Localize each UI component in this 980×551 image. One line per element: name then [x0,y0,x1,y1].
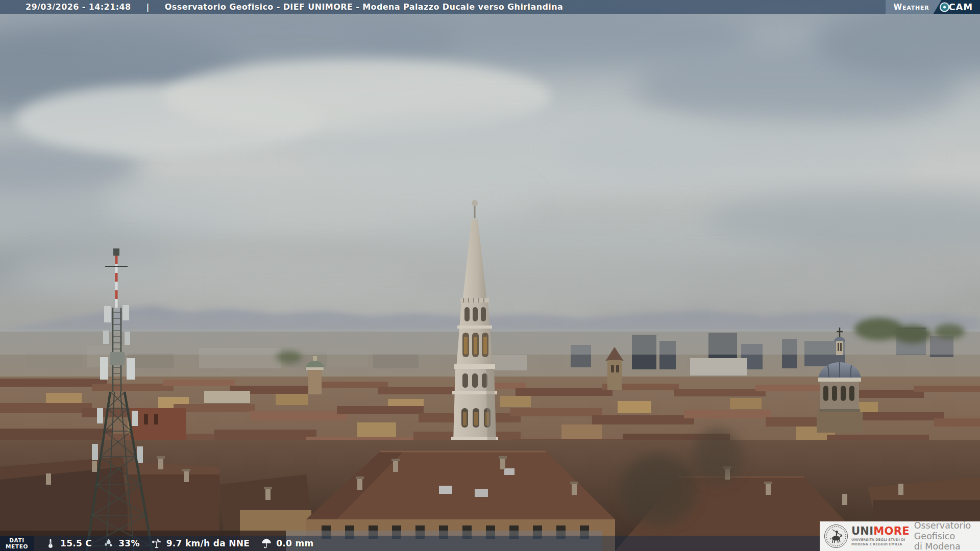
green-tree [934,324,965,339]
weathercam-logo: Weather CAM [886,0,980,14]
striped-mast [115,256,118,308]
observatory-name-line1: Osservatorio Geofisico [914,520,980,541]
meteo-label-line1: DATI [9,537,24,543]
wind-value: 9.7 km/h da NNE [166,538,250,548]
unimore-uni-text: UNI [851,525,873,537]
humidity-value: 33% [118,538,140,548]
unimore-tagline-line2: MODENA E REGGIO EMILIA [851,542,910,546]
info-bar: 29/03/2026 - 14:21:48 | Osservatorio Geo… [0,0,980,14]
city-panorama [0,0,980,551]
temperature-item: 15.5 C [45,538,92,549]
green-tree [894,325,931,343]
precipitation-value: 0.0 mm [276,538,313,548]
green-tree [276,351,302,363]
observatory-name-line2: di Modena [914,541,980,551]
webcam-frame: 29/03/2026 - 14:21:48 | Osservatorio Geo… [0,0,980,551]
thermometer-icon [45,538,56,549]
unimore-tagline-line1: UNIVERSITÀ DEGLI STUDI DI [851,538,910,542]
temperature-value: 15.5 C [60,538,92,548]
bare-tree [693,429,742,485]
bare-tree [620,454,697,525]
unimore-seal-icon [824,524,848,548]
wind-vane-icon [151,538,162,549]
meteo-data-label: DATI METEO [0,536,34,551]
unimore-more-text: MORE [873,525,909,537]
humidity-item: 33% [103,538,140,549]
page-title: Osservatorio Geofisico - DIEF UNIMORE - … [165,2,563,12]
precipitation-item: 0.0 mm [261,538,313,549]
separator: | [146,2,150,12]
timestamp: 29/03/2026 - 14:21:48 [26,2,131,12]
umbrella-icon [261,538,272,549]
unimore-wordmark: UNIMORE UNIVERSITÀ DEGLI STUDI DI MODENA… [851,526,910,546]
humidity-drops-icon [103,538,114,549]
observatory-name: Osservatorio Geofisico di Modena [914,520,980,551]
meteo-label-line2: METEO [6,543,28,549]
unimore-logo-box: UNIMORE UNIVERSITÀ DEGLI STUDI DI MODENA… [820,521,980,551]
wind-item: 9.7 km/h da NNE [151,538,250,549]
camera-lens-icon [940,2,949,12]
